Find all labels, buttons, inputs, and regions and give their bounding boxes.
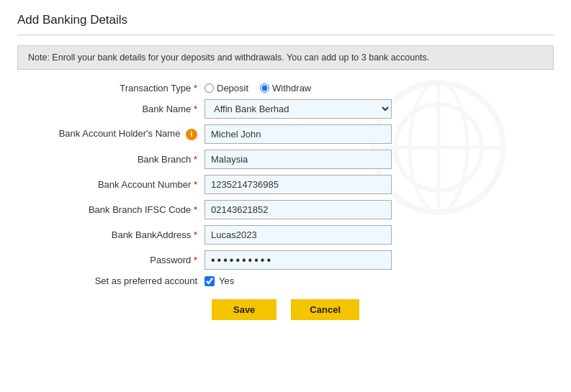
password-input[interactable]: [204, 250, 392, 270]
account-number-label: Bank Account Number *: [17, 179, 204, 190]
bank-address-row: Bank BankAddress *: [17, 225, 554, 245]
withdraw-radio[interactable]: [260, 83, 269, 93]
note-text: Note: Enroll your bank details for your …: [28, 53, 429, 63]
save-button[interactable]: Save: [212, 299, 276, 320]
bank-branch-input[interactable]: [204, 150, 392, 169]
bank-address-label: Bank BankAddress *: [17, 229, 204, 240]
bank-name-select[interactable]: Affin Bank Berhad Maybank CIMB Bank Publ…: [204, 99, 392, 119]
preferred-account-label: Set as preferred account: [17, 275, 204, 286]
bank-branch-row: Bank Branch *: [17, 150, 554, 169]
withdraw-label: Withdraw: [272, 83, 311, 94]
form-area: Transaction Type * Deposit Withdraw Bank…: [17, 83, 554, 320]
ifsc-code-input[interactable]: [204, 200, 392, 219]
deposit-radio-label[interactable]: Deposit: [204, 83, 248, 94]
deposit-radio[interactable]: [204, 83, 214, 93]
preferred-account-checkbox[interactable]: [204, 276, 215, 286]
deposit-label: Deposit: [217, 83, 248, 94]
password-label: Password *: [17, 255, 204, 265]
ifsc-code-row: Bank Branch IFSC Code *: [17, 200, 554, 219]
info-icon[interactable]: i: [186, 129, 197, 140]
preferred-account-checkbox-row: Yes: [204, 275, 234, 286]
divider: [17, 35, 554, 35]
preferred-yes-label: Yes: [219, 275, 234, 286]
transaction-type-row: Transaction Type * Deposit Withdraw: [17, 83, 554, 94]
account-number-row: Bank Account Number *: [17, 175, 554, 194]
transaction-type-radio-group: Deposit Withdraw: [204, 83, 311, 94]
bank-name-row: Bank Name * Affin Bank Berhad Maybank CI…: [17, 99, 554, 119]
withdraw-radio-label[interactable]: Withdraw: [260, 83, 311, 94]
account-holder-input[interactable]: [204, 124, 392, 144]
watermark-icon: [367, 76, 511, 219]
cancel-button[interactable]: Cancel: [291, 299, 359, 320]
bank-branch-label: Bank Branch *: [17, 154, 204, 165]
note-box: Note: Enroll your bank details for your …: [17, 45, 554, 70]
required-marker: *: [194, 83, 197, 94]
page-wrapper: Add Banking Details Note: Enroll your ba…: [0, 0, 571, 333]
bank-name-label: Bank Name *: [17, 104, 204, 114]
transaction-type-label: Transaction Type *: [17, 83, 204, 94]
ifsc-code-label: Bank Branch IFSC Code *: [17, 204, 204, 215]
bank-address-input[interactable]: [204, 225, 392, 245]
account-number-input[interactable]: [204, 175, 392, 194]
password-row: Password *: [17, 250, 554, 270]
preferred-account-row: Set as preferred account Yes: [17, 275, 554, 286]
account-holder-row: Bank Account Holder's Name i: [17, 124, 554, 144]
account-holder-label: Bank Account Holder's Name i: [17, 128, 204, 140]
button-row: Save Cancel: [17, 299, 554, 320]
page-title: Add Banking Details: [17, 13, 554, 27]
